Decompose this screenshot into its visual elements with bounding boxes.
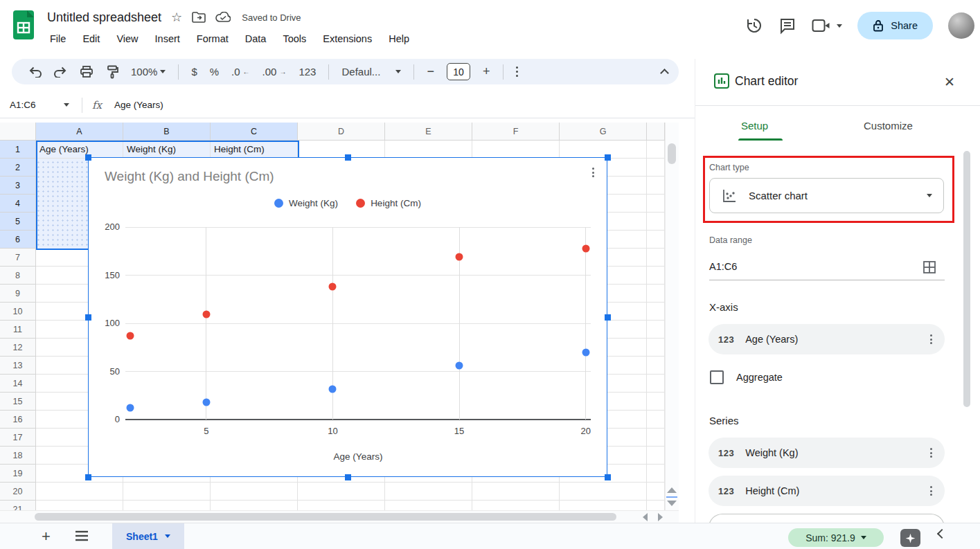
- data-point[interactable]: [582, 244, 589, 252]
- cell[interactable]: [647, 321, 665, 339]
- cell[interactable]: [647, 267, 665, 285]
- row-header-21[interactable]: 21: [0, 501, 36, 510]
- row-header-8[interactable]: 8: [0, 267, 36, 285]
- chart-options-icon[interactable]: [589, 165, 597, 180]
- cell[interactable]: [385, 141, 472, 159]
- sheets-logo-icon[interactable]: [10, 8, 37, 42]
- cell[interactable]: [647, 231, 665, 249]
- cell-header-value[interactable]: Height (Cm): [211, 141, 298, 159]
- chart-resize-handle[interactable]: [85, 314, 91, 321]
- data-point[interactable]: [456, 362, 463, 370]
- font-select[interactable]: Defaul...: [341, 66, 401, 78]
- scroll-down-icon[interactable]: [667, 501, 677, 506]
- cell[interactable]: [647, 159, 665, 177]
- column-header-g[interactable]: G: [560, 123, 647, 141]
- row-header-3[interactable]: 3: [0, 177, 36, 195]
- comments-icon[interactable]: [778, 17, 796, 35]
- add-sheet-icon[interactable]: +: [42, 528, 51, 546]
- formula-input[interactable]: Age (Years): [114, 100, 163, 110]
- row-header-2[interactable]: 2: [0, 159, 36, 177]
- cell[interactable]: [647, 411, 665, 429]
- meet-caret-icon[interactable]: [837, 24, 842, 28]
- x-axis-options-icon[interactable]: [930, 334, 932, 344]
- row-header-4[interactable]: 4: [0, 195, 36, 213]
- cell[interactable]: [385, 501, 472, 510]
- series-options-icon[interactable]: [930, 448, 932, 458]
- chart-type-select[interactable]: Scatter chart: [709, 178, 944, 213]
- cell[interactable]: [211, 483, 298, 501]
- row-header-10[interactable]: 10: [0, 303, 36, 321]
- cell[interactable]: [647, 375, 665, 393]
- tab-setup[interactable]: Setup: [741, 120, 768, 132]
- cell[interactable]: [647, 339, 665, 357]
- column-header-e[interactable]: E: [385, 123, 472, 141]
- row-header-18[interactable]: 18: [0, 447, 36, 465]
- row-header-17[interactable]: 17: [0, 429, 36, 447]
- menu-item-insert[interactable]: Insert: [155, 33, 180, 44]
- data-point[interactable]: [582, 348, 589, 356]
- column-header-f[interactable]: F: [472, 123, 560, 141]
- series-options-icon[interactable]: [930, 486, 932, 496]
- cell[interactable]: [123, 501, 211, 510]
- scroll-up-icon[interactable]: [667, 487, 677, 493]
- select-all-corner[interactable]: [0, 123, 36, 141]
- menu-item-extensions[interactable]: Extensions: [323, 33, 372, 44]
- cell[interactable]: [647, 501, 665, 510]
- cell[interactable]: [647, 357, 665, 375]
- column-header-c[interactable]: C: [211, 123, 298, 141]
- x-axis-field[interactable]: 123 Age (Years): [709, 324, 945, 354]
- series-field-height[interactable]: 123 Height (Cm): [709, 476, 945, 506]
- menu-item-view[interactable]: View: [116, 33, 138, 44]
- sum-indicator[interactable]: Sum: 921.9: [788, 528, 884, 547]
- row-header-15[interactable]: 15: [0, 393, 36, 411]
- toolbar-more-icon[interactable]: [516, 66, 519, 78]
- cell[interactable]: [647, 141, 665, 159]
- data-point[interactable]: [456, 253, 463, 261]
- undo-icon[interactable]: [28, 66, 42, 78]
- column-header-partial[interactable]: [647, 123, 665, 141]
- cell[interactable]: [36, 483, 123, 501]
- cell[interactable]: [385, 483, 472, 501]
- data-point[interactable]: [202, 398, 210, 406]
- version-history-icon[interactable]: [745, 17, 763, 35]
- chart-resize-handle[interactable]: [85, 154, 91, 161]
- paint-format-icon[interactable]: [106, 65, 118, 79]
- document-title[interactable]: Untitled spreadsheet: [47, 10, 161, 25]
- star-icon[interactable]: ☆: [171, 10, 182, 25]
- more-formats-button[interactable]: 123: [299, 66, 316, 78]
- row-header-19[interactable]: 19: [0, 465, 36, 483]
- increase-font-size-button[interactable]: +: [483, 64, 490, 79]
- row-header-20[interactable]: 20: [0, 483, 36, 501]
- row-header-6[interactable]: 6: [0, 231, 36, 249]
- scroll-left-icon[interactable]: [643, 513, 648, 521]
- account-avatar[interactable]: [948, 12, 974, 39]
- select-range-icon[interactable]: [923, 260, 936, 274]
- cell[interactable]: [647, 303, 665, 321]
- row-header-9[interactable]: 9: [0, 285, 36, 303]
- decrease-decimal-button[interactable]: .0←: [231, 66, 250, 78]
- data-point[interactable]: [329, 385, 337, 393]
- cloud-saved-icon[interactable]: [215, 12, 231, 23]
- currency-format-button[interactable]: $: [191, 66, 197, 78]
- cell[interactable]: [298, 501, 385, 510]
- sheet-tab[interactable]: Sheet1: [112, 523, 184, 549]
- chart-resize-handle[interactable]: [605, 474, 611, 480]
- cell[interactable]: [560, 141, 647, 159]
- sheet-tab-caret-icon[interactable]: [165, 534, 170, 538]
- chart-resize-handle[interactable]: [605, 154, 611, 161]
- all-sheets-icon[interactable]: [74, 530, 89, 542]
- cell-header-value[interactable]: Age (Years): [36, 141, 123, 159]
- cell[interactable]: [647, 483, 665, 501]
- tab-customize[interactable]: Customize: [864, 120, 913, 132]
- column-header-a[interactable]: A: [36, 123, 123, 141]
- cell[interactable]: [560, 483, 647, 501]
- cell[interactable]: [298, 483, 385, 501]
- zoom-select[interactable]: 100%: [131, 66, 166, 78]
- sum-caret-icon[interactable]: [861, 536, 866, 539]
- chart-resize-handle[interactable]: [85, 474, 91, 480]
- vertical-scrollbar-thumb[interactable]: [668, 143, 676, 164]
- cell[interactable]: [647, 465, 665, 483]
- menu-item-data[interactable]: Data: [245, 33, 267, 44]
- menu-item-help[interactable]: Help: [389, 33, 409, 44]
- cell[interactable]: [647, 447, 665, 465]
